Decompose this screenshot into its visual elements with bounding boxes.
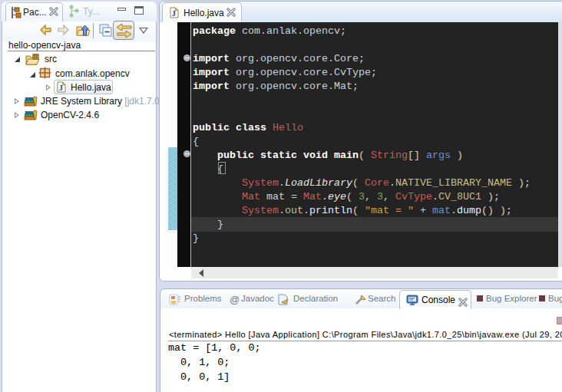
svg-text:J: J	[59, 83, 64, 92]
svg-text:J: J	[172, 8, 177, 18]
